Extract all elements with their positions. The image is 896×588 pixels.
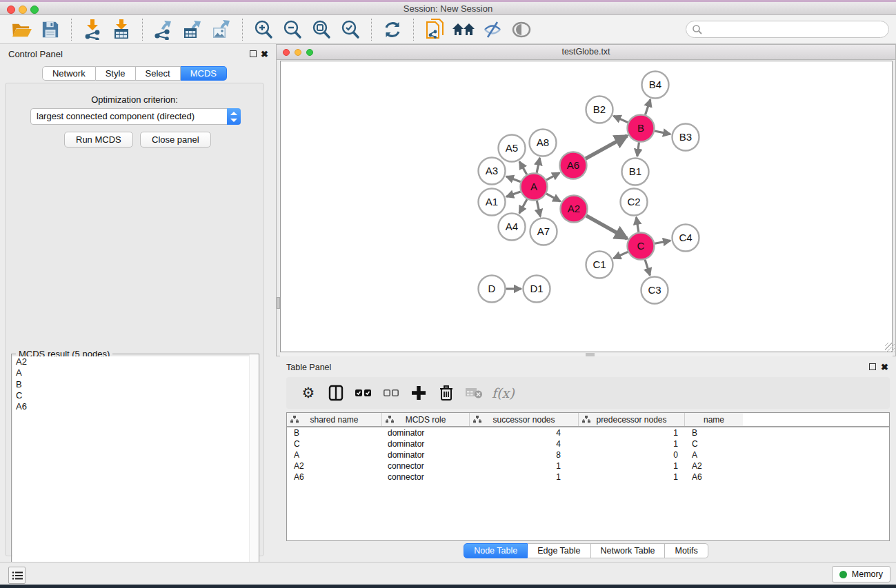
eye-icon[interactable] <box>510 18 533 41</box>
import-network-icon[interactable] <box>81 18 104 41</box>
graph-edge-C-C3[interactable] <box>645 260 650 276</box>
column-header-predecessor-nodes[interactable]: predecessor nodes <box>579 413 685 426</box>
task-history-button[interactable] <box>8 567 26 584</box>
tab-select[interactable]: Select <box>136 66 181 81</box>
graph-edge-C-C4[interactable] <box>655 241 670 243</box>
graph-node-A[interactable]: A <box>521 174 548 201</box>
result-item[interactable]: B <box>12 379 259 390</box>
graph-edge-C-C2[interactable] <box>636 217 638 232</box>
tab-motifs[interactable]: Motifs <box>665 543 708 558</box>
graph-node-A4[interactable]: A4 <box>499 214 526 241</box>
graph-node-C[interactable]: C <box>628 233 655 260</box>
search-box[interactable] <box>686 21 889 38</box>
graph-edge-B-B2[interactable] <box>614 116 628 122</box>
open-session-icon[interactable] <box>10 18 33 41</box>
function-builder-icon[interactable]: f(x) <box>492 385 515 401</box>
import-table-icon[interactable] <box>110 18 133 41</box>
delete-table-icon[interactable] <box>464 383 484 403</box>
result-item[interactable]: C <box>12 390 259 401</box>
graph-edge-A-A6[interactable] <box>546 173 559 180</box>
graph-node-A2[interactable]: A2 <box>561 196 588 223</box>
graph-edge-A6-B[interactable] <box>586 136 627 159</box>
table-row[interactable]: Bdominator41B <box>287 427 889 438</box>
table-settings-icon[interactable]: ⚙ <box>298 383 319 403</box>
maximize-window-button[interactable] <box>30 6 39 14</box>
export-image-icon[interactable] <box>210 18 233 41</box>
graph-node-C1[interactable]: C1 <box>586 252 613 278</box>
tab-node-table[interactable]: Node Table <box>464 543 528 558</box>
table-row[interactable]: Cdominator41C <box>287 438 889 449</box>
mcds-result-list[interactable]: A2ABCA6 <box>12 356 259 586</box>
result-item[interactable]: A6 <box>12 401 259 412</box>
select-all-columns-icon[interactable] <box>353 383 374 403</box>
export-network-icon[interactable] <box>152 18 175 41</box>
criterion-dropdown[interactable]: largest connected component (directed) <box>30 108 241 125</box>
run-mcds-button[interactable]: Run MCDS <box>64 132 133 148</box>
memory-button[interactable]: Memory <box>832 566 890 582</box>
zoom-out-icon[interactable] <box>281 18 304 41</box>
graph-node-A7[interactable]: A7 <box>530 219 557 245</box>
graph-edge-B-B1[interactable] <box>637 142 639 156</box>
resize-grip-icon[interactable] <box>885 343 895 352</box>
graph-node-D[interactable]: D <box>479 276 506 303</box>
graph-edge-A-A8[interactable] <box>537 158 539 173</box>
result-scrollbar[interactable] <box>249 354 259 586</box>
network-canvas[interactable]: AA1A2A3A4A5A6A7A8BB1B2B3B4CC1C2C3C4DD1 <box>280 61 893 352</box>
graph-node-A3[interactable]: A3 <box>479 158 506 185</box>
export-table-icon[interactable] <box>181 18 204 41</box>
table-close-panel-icon[interactable]: ✖ <box>881 362 888 372</box>
graph-node-A5[interactable]: A5 <box>499 135 526 162</box>
add-column-icon[interactable] <box>408 383 429 403</box>
graph-node-C2[interactable]: C2 <box>621 189 648 216</box>
tab-network-table[interactable]: Network Table <box>591 543 666 558</box>
graph-edge-A-A3[interactable] <box>506 176 521 182</box>
close-panel-icon[interactable]: ✖ <box>261 49 268 59</box>
column-header-successor-nodes[interactable]: successor nodes <box>470 413 579 426</box>
zoom-fit-icon[interactable] <box>310 18 333 41</box>
delete-columns-icon[interactable] <box>436 383 457 403</box>
graph-node-D1[interactable]: D1 <box>524 276 550 303</box>
zoom-selected-icon[interactable] <box>339 18 362 41</box>
zoom-in-icon[interactable] <box>252 18 275 41</box>
table-row[interactable]: Adominator80A <box>287 449 889 460</box>
node-table[interactable]: shared nameMCDS rolesuccessor nodesprede… <box>286 412 890 541</box>
graph-edge-B-B3[interactable] <box>655 131 670 134</box>
unselect-all-columns-icon[interactable] <box>381 383 401 403</box>
graph-edge-A-A5[interactable] <box>519 162 527 175</box>
network-from-clipboard-icon[interactable] <box>423 18 446 41</box>
graph-node-B4[interactable]: B4 <box>642 72 669 99</box>
tab-edge-table[interactable]: Edge Table <box>528 543 590 558</box>
graph-node-B3[interactable]: B3 <box>673 124 699 151</box>
table-row[interactable]: A2connector11A2 <box>287 460 889 472</box>
result-item[interactable]: A2 <box>12 356 259 367</box>
column-header-shared-name[interactable]: shared name <box>287 413 382 426</box>
graph-edge-C-C1[interactable] <box>614 252 628 258</box>
network-window-titlebar[interactable]: testGlobe.txt <box>277 45 895 60</box>
minimize-window-button[interactable] <box>19 6 27 14</box>
graph-edge-A-A1[interactable] <box>506 192 521 196</box>
graph-node-B1[interactable]: B1 <box>622 159 649 185</box>
graph-node-A1[interactable]: A1 <box>479 189 506 216</box>
table-row[interactable]: A6connector11A6 <box>287 472 889 483</box>
graph-node-A8[interactable]: A8 <box>530 130 557 156</box>
home-icon[interactable] <box>452 18 475 41</box>
graph-edge-A-A2[interactable] <box>546 194 560 201</box>
result-item[interactable]: A <box>12 367 259 378</box>
tab-network[interactable]: Network <box>42 66 96 81</box>
table-float-panel-icon[interactable] <box>869 363 876 370</box>
refresh-icon[interactable] <box>381 18 404 41</box>
network-minimize-button[interactable] <box>295 49 301 56</box>
close-window-button[interactable] <box>7 6 15 14</box>
graph-node-C3[interactable]: C3 <box>641 277 668 304</box>
tab-mcds[interactable]: MCDS <box>181 66 227 81</box>
graph-edge-B-B4[interactable] <box>645 99 650 114</box>
graph-node-B[interactable]: B <box>628 115 655 142</box>
graph-edge-A-A4[interactable] <box>519 199 527 213</box>
column-header-MCDS-role[interactable]: MCDS role <box>382 413 470 426</box>
network-maximize-button[interactable] <box>306 49 313 56</box>
network-close-button[interactable] <box>283 49 290 56</box>
column-header-name[interactable]: name <box>685 413 743 426</box>
show-columns-icon[interactable] <box>326 383 346 403</box>
graph-node-C4[interactable]: C4 <box>673 225 699 252</box>
graph-node-A6[interactable]: A6 <box>560 152 587 179</box>
